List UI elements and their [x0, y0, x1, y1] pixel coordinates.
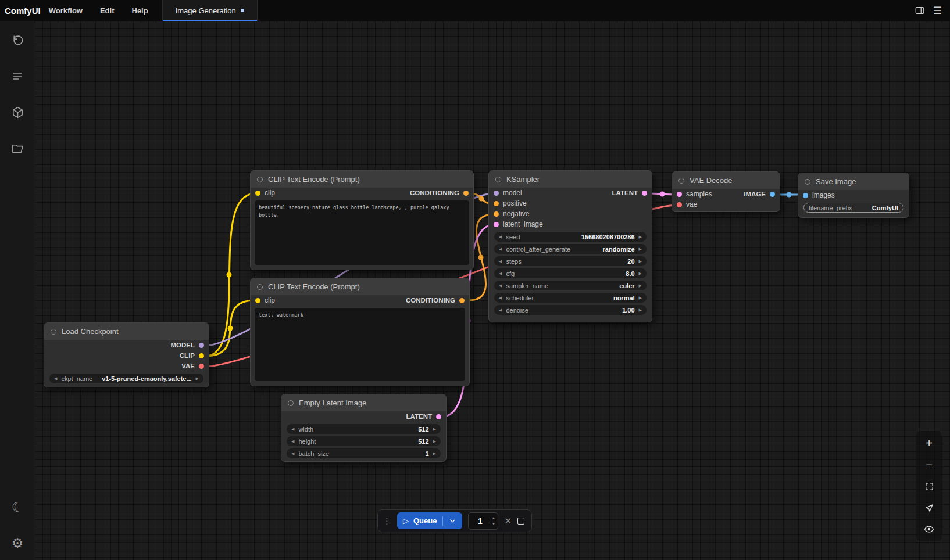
stepper-down-icon[interactable]: ▼ [492, 522, 496, 526]
node-clip-text-encode-negative[interactable]: CLIP Text Encode (Prompt) clip CONDITION… [250, 278, 470, 386]
drag-handle-icon[interactable]: ⋮ [383, 516, 391, 526]
arrow-left-icon[interactable]: ◀ [499, 271, 502, 275]
batch-count-input[interactable]: 1 ▲ ▼ [468, 512, 498, 530]
arrow-right-icon[interactable]: ▶ [639, 296, 642, 300]
arrow-right-icon[interactable]: ▶ [433, 427, 436, 431]
prompt-textarea[interactable]: beautiful scenery nature glass bottle la… [255, 200, 469, 265]
arrow-right-icon[interactable]: ▶ [639, 247, 642, 251]
arrow-right-icon[interactable]: ▶ [639, 271, 642, 275]
input-slot-vae[interactable] [677, 202, 682, 207]
toggle-visibility-eye-icon[interactable] [923, 524, 935, 534]
arrow-right-icon[interactable]: ▶ [639, 259, 642, 263]
input-slot-latent-image[interactable] [494, 222, 499, 227]
panel-toggle-icon[interactable] [915, 5, 925, 16]
settings-gear-icon[interactable]: ⚙ [10, 536, 25, 551]
select-cursor-icon[interactable] [923, 502, 935, 513]
widget-width[interactable]: ◀ width 512 ▶ [287, 424, 441, 434]
node-header[interactable]: KSampler [489, 171, 652, 188]
input-slot-clip[interactable] [255, 298, 260, 303]
input-slot-clip[interactable] [255, 191, 260, 196]
history-icon[interactable] [10, 33, 25, 48]
arrow-left-icon[interactable]: ◀ [499, 235, 502, 239]
count-stepper: ▲ ▼ [492, 516, 496, 526]
node-clip-text-encode-positive[interactable]: CLIP Text Encode (Prompt) clip CONDITION… [250, 170, 474, 270]
node-load-checkpoint[interactable]: Load Checkpoint MODEL CLIP VAE ◀ ckpt_na… [44, 322, 209, 387]
fit-view-icon[interactable] [923, 481, 935, 491]
arrow-left-icon[interactable]: ◀ [291, 439, 294, 443]
widget-ckpt-name[interactable]: ◀ ckpt_name v1-5-pruned-emaonly.safete..… [49, 374, 203, 383]
theme-moon-icon[interactable]: ☾ [10, 500, 25, 515]
menu-help[interactable]: Help [132, 6, 148, 15]
widget-sampler-name[interactable]: ◀ sampler_name euler ▶ [494, 281, 647, 290]
output-slot-clip[interactable] [199, 353, 204, 358]
arrow-right-icon[interactable]: ▶ [433, 439, 436, 443]
node-vae-decode[interactable]: VAE Decode samples IMAGE vae [672, 171, 780, 212]
output-slot-latent[interactable] [642, 191, 647, 196]
queue-list-icon[interactable] [10, 69, 25, 84]
collapse-toggle[interactable] [288, 400, 294, 406]
arrow-left-icon[interactable]: ◀ [499, 308, 502, 312]
node-ksampler[interactable]: KSampler model LATENT positive negative … [488, 170, 652, 322]
input-slot-negative[interactable] [494, 211, 499, 217]
collapse-toggle[interactable] [257, 177, 263, 182]
widget-seed[interactable]: ◀ seed 156680208700286 ▶ [494, 232, 647, 242]
output-slot-latent[interactable] [436, 414, 441, 419]
widget-scheduler[interactable]: ◀ scheduler normal ▶ [494, 293, 647, 303]
output-slot-image[interactable] [770, 192, 775, 197]
node-save-image[interactable]: Save Image images filename_prefix ComfyU… [798, 173, 909, 218]
widget-filename-prefix[interactable]: filename_prefix ComfyUI [803, 203, 903, 213]
workflows-folder-icon[interactable] [10, 141, 25, 156]
prompt-textarea[interactable]: text, watermark [255, 308, 465, 381]
node-header[interactable]: VAE Decode [672, 172, 780, 189]
queue-button[interactable]: ▷ Queue [397, 512, 462, 529]
output-slot-conditioning[interactable] [463, 191, 469, 196]
arrow-left-icon[interactable]: ◀ [291, 451, 294, 455]
node-header[interactable]: Empty Latent Image [281, 394, 446, 411]
hamburger-menu-icon[interactable]: ☰ [933, 5, 942, 17]
output-slot-model[interactable] [199, 343, 204, 348]
chevron-down-icon[interactable] [449, 517, 456, 525]
widget-batch-size[interactable]: ◀ batch_size 1 ▶ [287, 448, 441, 458]
collapse-toggle[interactable] [805, 179, 810, 185]
arrow-left-icon[interactable]: ◀ [499, 296, 502, 300]
arrow-left-icon[interactable]: ◀ [54, 376, 57, 380]
node-empty-latent-image[interactable]: Empty Latent Image LATENT ◀ width 512 ▶ … [281, 394, 447, 462]
widget-cfg[interactable]: ◀ cfg 8.0 ▶ [494, 268, 647, 278]
input-slot-positive[interactable] [494, 201, 499, 206]
collapse-toggle[interactable] [495, 177, 501, 182]
arrow-right-icon[interactable]: ▶ [639, 283, 642, 288]
node-header[interactable]: CLIP Text Encode (Prompt) [251, 171, 473, 188]
widget-steps[interactable]: ◀ steps 20 ▶ [494, 256, 647, 266]
arrow-right-icon[interactable]: ▶ [639, 308, 642, 312]
clear-queue-icon[interactable]: ✕ [504, 516, 512, 526]
input-slot-model[interactable] [494, 191, 499, 196]
collapse-toggle[interactable] [678, 178, 684, 184]
zoom-out-icon[interactable]: − [923, 460, 935, 470]
arrow-right-icon[interactable]: ▶ [639, 235, 642, 239]
output-slot-conditioning[interactable] [459, 298, 465, 303]
collapse-toggle[interactable] [257, 284, 263, 290]
stop-icon[interactable] [517, 518, 524, 525]
input-slot-samples[interactable] [677, 192, 682, 197]
input-slot-images[interactable] [803, 193, 808, 198]
widget-control-after-generate[interactable]: ◀ control_after_generate randomize ▶ [494, 244, 647, 254]
arrow-left-icon[interactable]: ◀ [499, 247, 502, 251]
stepper-up-icon[interactable]: ▲ [492, 516, 496, 520]
node-header[interactable]: Load Checkpoint [44, 323, 209, 340]
arrow-left-icon[interactable]: ◀ [499, 259, 502, 263]
tab-image-generation[interactable]: Image Generation [162, 0, 258, 21]
arrow-right-icon[interactable]: ▶ [196, 376, 199, 380]
node-header[interactable]: CLIP Text Encode (Prompt) [251, 278, 469, 295]
arrow-left-icon[interactable]: ◀ [291, 427, 294, 431]
node-header[interactable]: Save Image [798, 173, 909, 190]
arrow-left-icon[interactable]: ◀ [499, 283, 502, 288]
widget-height[interactable]: ◀ height 512 ▶ [287, 436, 441, 446]
widget-denoise[interactable]: ◀ denoise 1.00 ▶ [494, 305, 647, 315]
arrow-right-icon[interactable]: ▶ [433, 451, 436, 455]
collapse-toggle[interactable] [51, 329, 56, 335]
output-slot-vae[interactable] [199, 364, 204, 369]
zoom-in-icon[interactable]: + [923, 438, 935, 448]
model-library-icon[interactable] [10, 105, 25, 120]
menu-edit[interactable]: Edit [100, 6, 115, 15]
menu-workflow[interactable]: Workflow [49, 6, 83, 15]
